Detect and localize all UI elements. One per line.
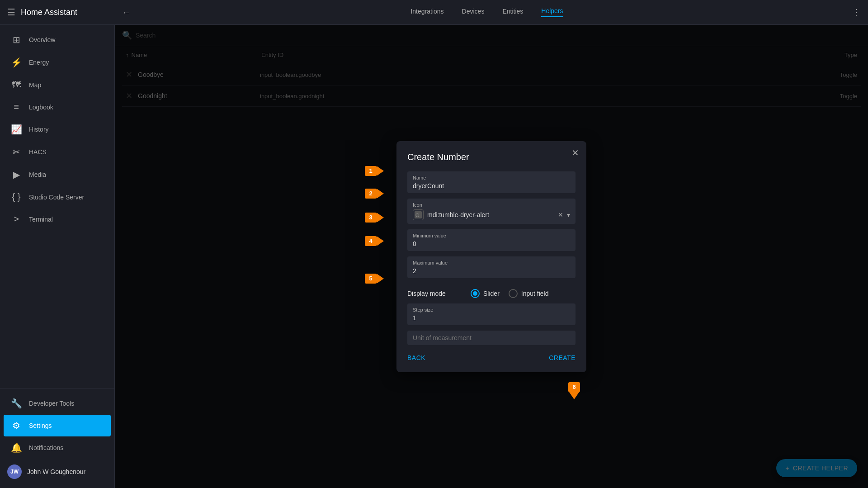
sidebar-item-terminal[interactable]: > Terminal <box>4 208 111 230</box>
main-content: 🔍 ↑ Name Entity ID Type ✕ Goodbye input_… <box>115 25 868 488</box>
top-nav-right: ⋮ <box>834 7 861 18</box>
sidebar-item-overview[interactable]: ⊞ Overview <box>4 29 111 51</box>
notifications-icon: 🔔 <box>11 442 22 453</box>
min-value-label: Minimum value <box>413 233 570 238</box>
map-icon: 🗺 <box>11 80 22 90</box>
hacs-icon: ✂ <box>11 147 22 157</box>
unit-field-group <box>407 331 576 345</box>
name-field-group: Name <box>407 171 576 193</box>
sidebar-item-label: Terminal <box>29 216 53 223</box>
sidebar-item-label: History <box>29 126 49 133</box>
radio-input-circle[interactable] <box>509 289 518 298</box>
max-value-input[interactable] <box>413 267 570 275</box>
max-value-field-group: Maximum value <box>407 256 576 278</box>
top-nav-left: ☰ Home Assistant <box>7 7 122 18</box>
max-value-label: Maximum value <box>413 260 570 265</box>
icon-clear-button[interactable]: ✕ <box>558 211 563 218</box>
annotation-3: 3 <box>365 213 384 223</box>
user-row[interactable]: JW John W Goughenour <box>0 459 114 484</box>
icon-field-row: ⬡ mdi:tumble-dryer-alert ✕ ▾ <box>413 209 570 220</box>
icon-field-label: Icon <box>413 202 570 208</box>
icon-value: mdi:tumble-dryer-alert <box>427 211 554 218</box>
annotation-4: 4 <box>365 236 384 246</box>
energy-icon: ⚡ <box>11 57 22 68</box>
svg-text:⬡: ⬡ <box>415 213 420 218</box>
icon-dropdown-button[interactable]: ▾ <box>567 211 570 218</box>
sidebar-item-media[interactable]: ▶ Media <box>4 164 111 185</box>
sidebar-item-history[interactable]: 📈 History <box>4 118 111 140</box>
sidebar-bottom: 🔧 Developer Tools ⚙ Settings 🔔 Notificat… <box>0 388 114 488</box>
nav-helpers[interactable]: Helpers <box>541 7 563 17</box>
sidebar-item-label: Overview <box>29 36 55 43</box>
modal-title: Create Number <box>407 152 576 162</box>
sidebar-item-settings[interactable]: ⚙ Settings <box>4 415 111 436</box>
radio-slider-circle[interactable] <box>471 289 480 298</box>
sidebar-item-energy[interactable]: ⚡ Energy <box>4 52 111 73</box>
icon-preview: ⬡ <box>413 209 424 220</box>
back-button[interactable]: ← <box>122 7 131 18</box>
layout: ⊞ Overview ⚡ Energy 🗺 Map ≡ Logbook 📈 Hi… <box>0 25 868 488</box>
nav-integrations[interactable]: Integrations <box>410 8 443 17</box>
top-nav-links: Integrations Devices Entities Helpers <box>140 7 834 17</box>
sidebar-item-map[interactable]: 🗺 Map <box>4 74 111 95</box>
sidebar-item-label: Logbook <box>29 104 53 111</box>
sidebar-item-label: Media <box>29 171 46 178</box>
sidebar-item-label: Settings <box>29 422 52 429</box>
overview-icon: ⊞ <box>11 34 22 45</box>
modal-close-button[interactable]: ✕ <box>571 148 579 157</box>
sidebar-item-studio-code-server[interactable]: { } Studio Code Server <box>4 186 111 208</box>
sidebar-item-label: Notifications <box>29 444 63 451</box>
sidebar-item-label: Developer Tools <box>29 400 74 407</box>
annotation-5: 5 <box>365 274 384 284</box>
annotation-6: 6 <box>568 382 580 399</box>
history-icon: 📈 <box>11 124 22 135</box>
studio-code-icon: { } <box>11 192 22 202</box>
icon-field-group: Icon ⬡ mdi:tumble-dryer-alert ✕ <box>407 199 576 224</box>
nav-entities[interactable]: Entities <box>502 8 523 17</box>
sidebar-item-developer-tools[interactable]: 🔧 Developer Tools <box>4 393 111 414</box>
sidebar-item-logbook[interactable]: ≡ Logbook <box>4 96 111 118</box>
radio-slider[interactable]: Slider <box>471 289 500 298</box>
radio-slider-label: Slider <box>483 290 500 297</box>
sidebar-item-label: Energy <box>29 59 49 66</box>
settings-icon: ⚙ <box>11 420 22 431</box>
modal-create-number: Create Number ✕ Name Icon <box>396 141 586 372</box>
annotation-2: 2 <box>365 189 384 199</box>
min-value-input[interactable] <box>413 240 570 247</box>
back-button[interactable]: BACK <box>407 354 425 361</box>
nav-devices[interactable]: Devices <box>462 8 485 17</box>
top-nav: ☰ Home Assistant ← Integrations Devices … <box>0 0 868 25</box>
icon-actions[interactable]: ✕ ▾ <box>558 211 570 218</box>
media-icon: ▶ <box>11 169 22 180</box>
modal-wrapper: 1 2 3 4 <box>396 141 586 372</box>
modal-overlay: 1 2 3 4 <box>115 25 868 488</box>
display-mode-row: Display mode Slider Input field <box>407 284 576 303</box>
developer-tools-icon: 🔧 <box>11 398 22 409</box>
radio-input-label: Input field <box>521 290 549 297</box>
menu-icon[interactable]: ☰ <box>7 7 15 18</box>
avatar: JW <box>7 464 22 479</box>
name-field-input[interactable] <box>413 182 570 190</box>
display-mode-label: Display mode <box>407 290 462 297</box>
sidebar-item-notifications[interactable]: 🔔 Notifications <box>4 437 111 459</box>
sidebar-item-label: Studio Code Server <box>29 194 84 201</box>
create-button[interactable]: CREATE <box>549 354 576 361</box>
step-size-label: Step size <box>413 307 570 313</box>
app-title: Home Assistant <box>21 8 77 17</box>
radio-input-field[interactable]: Input field <box>509 289 549 298</box>
name-field-label: Name <box>413 175 570 180</box>
unit-input[interactable] <box>413 334 570 341</box>
sidebar-item-label: HACS <box>29 148 47 156</box>
modal-buttons: BACK CREATE <box>407 354 576 361</box>
user-name: John W Goughenour <box>27 468 85 475</box>
terminal-icon: > <box>11 214 22 224</box>
annotation-1: 1 <box>365 166 384 176</box>
more-icon[interactable]: ⋮ <box>852 7 861 18</box>
sidebar-item-label: Map <box>29 81 41 89</box>
min-value-field-group: Minimum value <box>407 229 576 251</box>
step-size-field-group: Step size <box>407 303 576 325</box>
step-size-input[interactable] <box>413 314 570 322</box>
sidebar-item-hacs[interactable]: ✂ HACS <box>4 141 111 163</box>
logbook-icon: ≡ <box>11 102 22 112</box>
sidebar: ⊞ Overview ⚡ Energy 🗺 Map ≡ Logbook 📈 Hi… <box>0 25 115 488</box>
